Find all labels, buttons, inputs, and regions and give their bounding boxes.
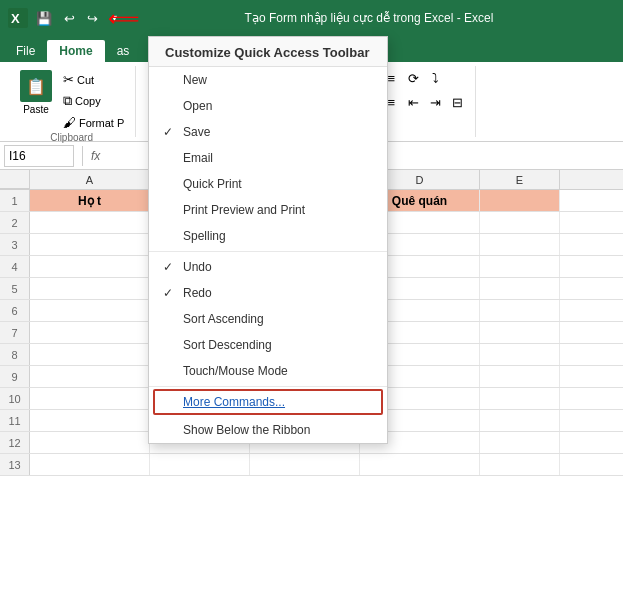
dropdown-item-label: Touch/Mouse Mode xyxy=(183,364,288,378)
clipboard-small-buttons: ✂ Cut ⧉ Copy 🖌 Format P xyxy=(60,70,127,132)
dropdown-item-open[interactable]: Open xyxy=(149,93,387,119)
grid-cell[interactable] xyxy=(480,388,560,409)
grid-cell[interactable] xyxy=(30,344,150,365)
fx-label: fx xyxy=(91,149,100,163)
row-number: 13 xyxy=(0,454,30,475)
wrap-text-button[interactable]: ⤵ xyxy=(425,68,445,88)
dropdown-item-sort-descending[interactable]: Sort Descending xyxy=(149,332,387,358)
row-number: 3 xyxy=(0,234,30,255)
tab-insert[interactable]: as xyxy=(105,40,142,62)
grid-cell[interactable] xyxy=(480,344,560,365)
corner-cell xyxy=(0,170,30,189)
grid-cell[interactable] xyxy=(480,190,560,211)
paste-button[interactable]: 📋 Paste xyxy=(16,68,56,117)
grid-cell[interactable] xyxy=(30,388,150,409)
grid-cell[interactable] xyxy=(480,410,560,431)
grid-cell[interactable] xyxy=(480,366,560,387)
grid-cell[interactable] xyxy=(30,300,150,321)
grid-cell[interactable] xyxy=(30,212,150,233)
dropdown-item-spelling[interactable]: Spelling xyxy=(149,223,387,249)
decrease-indent-button[interactable]: ⇤ xyxy=(403,92,423,112)
dropdown-item-more-commands---[interactable]: More Commands... xyxy=(153,389,383,415)
copy-button[interactable]: ⧉ Copy xyxy=(60,91,127,111)
dropdown-item-label: Spelling xyxy=(183,229,226,243)
grid-cell[interactable] xyxy=(30,256,150,277)
copy-icon: ⧉ xyxy=(63,93,72,109)
grid-cell[interactable] xyxy=(480,234,560,255)
dropdown-item-print-preview-and-print[interactable]: Print Preview and Print xyxy=(149,197,387,223)
dropdown-item-new[interactable]: New xyxy=(149,67,387,93)
dropdown-item-email[interactable]: Email xyxy=(149,145,387,171)
dropdown-item-label: Open xyxy=(183,99,212,113)
grid-cell[interactable] xyxy=(480,322,560,343)
dropdown-item-label: Print Preview and Print xyxy=(183,203,305,217)
dropdown-item-label: Sort Descending xyxy=(183,338,272,352)
cut-icon: ✂ xyxy=(63,72,74,87)
grid-cell[interactable] xyxy=(30,278,150,299)
dropdown-item-label: Email xyxy=(183,151,213,165)
dropdown-item-sort-ascending[interactable]: Sort Ascending xyxy=(149,306,387,332)
save-button[interactable]: 💾 xyxy=(32,9,56,28)
grid-cell[interactable] xyxy=(480,212,560,233)
grid-cell[interactable] xyxy=(150,454,250,475)
dropdown-item-label: Quick Print xyxy=(183,177,242,191)
grid-cell[interactable] xyxy=(480,278,560,299)
dropdown-item-label: Sort Ascending xyxy=(183,312,264,326)
grid-cell[interactable] xyxy=(30,322,150,343)
undo-button[interactable]: ↩ xyxy=(60,9,79,28)
qat-dropdown-menu[interactable]: Customize Quick Access Toolbar NewOpenSa… xyxy=(148,36,388,444)
dropdown-item-label: More Commands... xyxy=(183,395,285,409)
dropdown-item-undo[interactable]: Undo xyxy=(149,254,387,280)
grid-cell[interactable] xyxy=(30,454,150,475)
dropdown-divider xyxy=(149,386,387,387)
grid-cell[interactable] xyxy=(480,256,560,277)
dropdown-item-show-below-the-ribbon[interactable]: Show Below the Ribbon xyxy=(149,417,387,443)
redo-button[interactable]: ↪ xyxy=(83,9,102,28)
formula-bar-divider xyxy=(82,146,83,166)
excel-logo-icon: X xyxy=(8,8,28,28)
window-title: Tạo Form nhập liệu cực dễ trong Excel - … xyxy=(123,11,615,25)
grid-cell[interactable] xyxy=(250,454,360,475)
merge-center-button[interactable]: ⊟ xyxy=(447,92,467,112)
dropdown-item-label: Save xyxy=(183,125,210,139)
col-header-e[interactable]: E xyxy=(480,170,560,189)
grid-cell[interactable] xyxy=(30,410,150,431)
orientation-button[interactable]: ⟳ xyxy=(403,68,423,88)
increase-indent-button[interactable]: ⇥ xyxy=(425,92,445,112)
grid-cell[interactable] xyxy=(30,366,150,387)
grid-cell[interactable] xyxy=(480,454,560,475)
grid-cell[interactable] xyxy=(30,432,150,453)
cut-label: Cut xyxy=(77,74,94,86)
row-number: 11 xyxy=(0,410,30,431)
row-number: 2 xyxy=(0,212,30,233)
tab-file[interactable]: File xyxy=(4,40,47,62)
dropdown-item-touch-mouse-mode[interactable]: Touch/Mouse Mode xyxy=(149,358,387,384)
grid-cell[interactable] xyxy=(480,300,560,321)
format-painter-label: Format P xyxy=(79,117,124,129)
row-number: 4 xyxy=(0,256,30,277)
dropdown-item-save[interactable]: Save xyxy=(149,119,387,145)
table-row: 13 xyxy=(0,454,623,476)
qat-dropdown-button[interactable]: ▼ xyxy=(106,11,123,25)
col-header-a[interactable]: A xyxy=(30,170,150,189)
grid-cell[interactable] xyxy=(360,454,480,475)
tab-home[interactable]: Home xyxy=(47,40,104,62)
dropdown-item-label: New xyxy=(183,73,207,87)
svg-text:X: X xyxy=(11,11,20,26)
paste-icon: 📋 xyxy=(20,70,52,102)
dropdown-item-label: Undo xyxy=(183,260,212,274)
dropdown-item-quick-print[interactable]: Quick Print xyxy=(149,171,387,197)
cell-reference-box[interactable] xyxy=(4,145,74,167)
grid-cell[interactable] xyxy=(480,432,560,453)
grid-cell[interactable]: Họ t xyxy=(30,190,150,211)
dropdown-item-redo[interactable]: Redo xyxy=(149,280,387,306)
dropdown-divider xyxy=(149,251,387,252)
dropdown-item-label: Redo xyxy=(183,286,212,300)
row-number: 5 xyxy=(0,278,30,299)
row-number: 10 xyxy=(0,388,30,409)
grid-cell[interactable] xyxy=(30,234,150,255)
row-number: 1 xyxy=(0,190,30,211)
row-number: 9 xyxy=(0,366,30,387)
format-painter-button[interactable]: 🖌 Format P xyxy=(60,113,127,132)
cut-button[interactable]: ✂ Cut xyxy=(60,70,127,89)
